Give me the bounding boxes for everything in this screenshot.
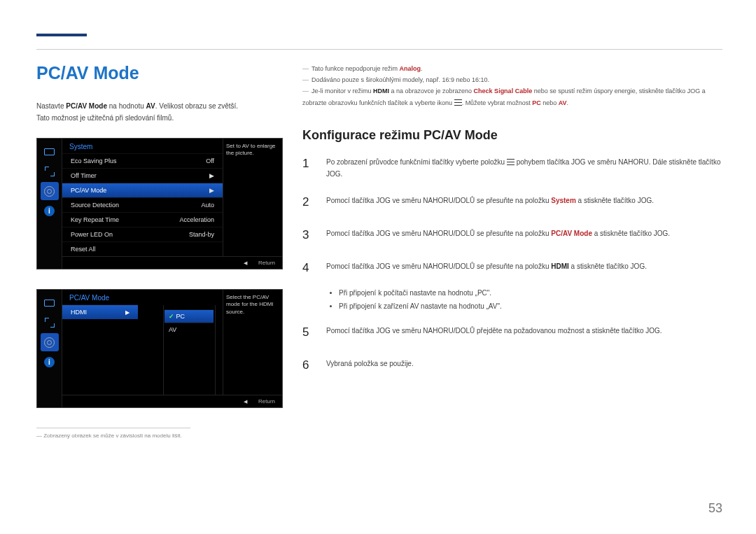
page-title: PC/AV Mode: [36, 63, 283, 83]
osd1-row-selected: PC/AV Mode▶: [62, 183, 223, 197]
footnote-rule: [36, 428, 190, 428]
divider: [163, 305, 164, 395]
display-icon: [41, 294, 59, 312]
intro-text: Nastavte PC/AV Mode na hodnotu AV. Velik…: [36, 100, 283, 124]
step-4: 4 Pomocí tlačítka JOG ve směru NAHORU/DO…: [302, 258, 722, 279]
osd1-title: System: [62, 139, 223, 153]
step-6: 6 Vybraná položka se použije.: [302, 356, 722, 376]
intro-1e: . Velikost obrazu se zvětší.: [155, 102, 238, 110]
osd2-row-selected: HDMI: [62, 304, 138, 319]
header-rule: [36, 34, 87, 36]
intro-1d: AV: [146, 102, 155, 110]
osd-pcav-menu: i PC/AV Mode HDMI PC AV: [36, 289, 283, 408]
osd2-footer: ◀Return: [62, 395, 282, 407]
intro-2: Tato možnost je užitečná při sledování f…: [36, 112, 283, 124]
back-arrow-icon: ◀: [244, 399, 247, 404]
osd1-row: Eco Saving PlusOff: [62, 153, 223, 168]
display-icon: [41, 143, 59, 161]
picture-icon: [41, 314, 59, 332]
step-num: 1: [302, 154, 314, 180]
osd1-footer: ◀Return: [62, 256, 282, 269]
step-1: 1 Po zobrazení průvodce funkčními tlačít…: [302, 154, 722, 180]
osd1-row: Reset All: [62, 241, 223, 256]
intro-1b: PC/AV Mode: [66, 102, 107, 110]
intro-1a: Nastavte: [36, 102, 66, 110]
config-heading: Konfigurace režimu PC/AV Mode: [302, 128, 722, 143]
osd2-hint: Select the PC/AV mode for the HDMI sourc…: [222, 290, 282, 316]
osd1-list: Eco Saving PlusOff Off Timer▶ PC/AV Mode…: [62, 153, 223, 256]
step-num: 2: [302, 192, 314, 213]
step-num: 3: [302, 225, 314, 246]
osd2-option-pc: PC: [164, 309, 214, 323]
osd2-title: PC/AV Mode: [62, 290, 223, 304]
step-num: 4: [302, 258, 314, 279]
osd-system-menu: i System Eco Saving PlusOff Off Timer▶ P…: [36, 138, 283, 269]
osd2-option-av: AV: [164, 323, 214, 336]
header-hr: [36, 49, 722, 50]
bullet: Při připojení k počítači nastavte na hod…: [339, 286, 722, 300]
step-2: 2 Pomocí tlačítka JOG ve směru NAHORU/DO…: [302, 192, 722, 213]
step-num: 6: [302, 356, 314, 376]
osd1-row: Off Timer▶: [62, 168, 223, 183]
osd1-sidebar: i: [37, 139, 62, 269]
divider: [215, 305, 216, 395]
page-number: 53: [708, 501, 722, 516]
osd1-row: Source DetectionAuto: [62, 197, 223, 212]
settings-icon: [41, 182, 59, 200]
osd2-options: PC AV: [164, 309, 214, 336]
info-icon: i: [41, 353, 59, 371]
bullet: Při připojení k zařízení AV nastavte na …: [339, 300, 722, 313]
back-arrow-icon: ◀: [244, 260, 247, 265]
menu-icon: [454, 99, 462, 106]
osd1-row: Key Repeat TimeAcceleration: [62, 212, 223, 227]
settings-icon: [41, 333, 59, 351]
menu-icon: [507, 159, 514, 165]
intro-1c: na hodnotu: [107, 102, 146, 110]
osd2-sidebar: i: [37, 290, 62, 407]
footnote: ― Zobrazený obrázek se může v závislosti…: [36, 433, 283, 439]
step-5: 5 Pomocí tlačítka JOG ve směru NAHORU/DO…: [302, 323, 722, 343]
step-3: 3 Pomocí tlačítka JOG ve směru NAHORU/DO…: [302, 225, 722, 246]
bullets: Při připojení k počítači nastavte na hod…: [339, 286, 722, 313]
notes: ―Tato funkce nepodporuje režim Analog. ―…: [302, 63, 722, 108]
osd1-row: Power LED OnStand-by: [62, 227, 223, 241]
osd1-hint: Set to AV to enlarge the picture.: [222, 139, 282, 157]
step-num: 5: [302, 323, 314, 343]
picture-icon: [41, 162, 59, 181]
info-icon: i: [41, 202, 59, 220]
